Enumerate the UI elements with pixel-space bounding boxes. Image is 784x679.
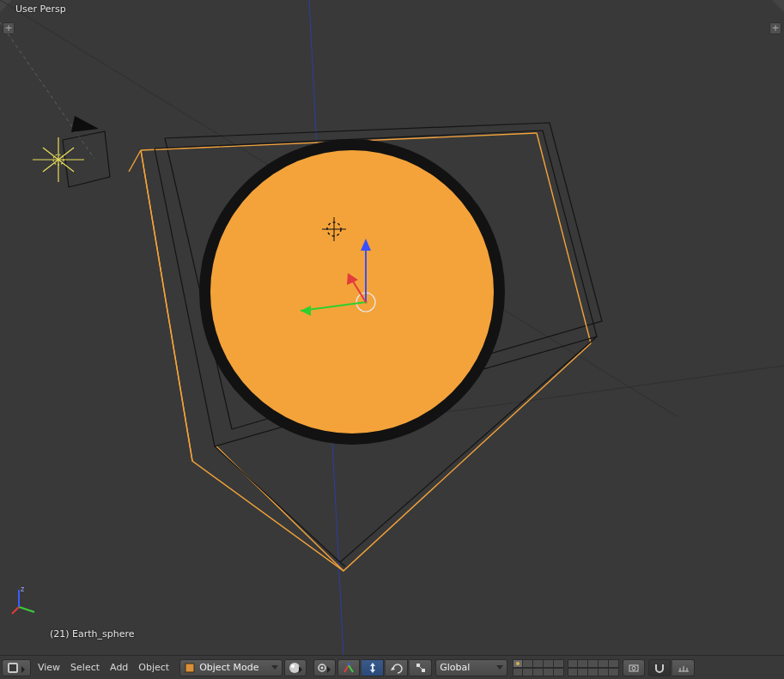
mode-label: Object Mode (199, 662, 258, 673)
translate-icon (367, 662, 379, 674)
pivot-selector[interactable] (313, 659, 336, 676)
lock-camera-to-view[interactable] (623, 659, 645, 676)
mini-axis-widget: z (10, 586, 40, 615)
manipulator-toggle[interactable] (337, 659, 360, 676)
lamp-object (33, 137, 84, 182)
menu-view[interactable]: View (33, 659, 65, 676)
shading-selector[interactable] (284, 659, 307, 676)
svg-line-3 (0, 22, 94, 159)
median-point-icon (317, 662, 332, 674)
chevron-down-icon (496, 664, 503, 671)
camera-object (63, 116, 110, 187)
svg-text:z: z (21, 586, 24, 593)
svg-point-48 (632, 666, 635, 670)
svg-point-33 (289, 663, 300, 673)
manipulator-scale[interactable] (410, 659, 432, 676)
svg-rect-30 (9, 664, 16, 671)
svg-line-5 (141, 150, 192, 461)
menu-object[interactable]: Object (133, 659, 174, 676)
chevron-down-icon (271, 664, 278, 671)
manipulator-cluster (337, 659, 434, 676)
orientation-selector[interactable]: Global (435, 659, 507, 676)
3d-viewport[interactable]: + + (0, 0, 784, 655)
viewport-header: View Select Add Object Object Mode Globa… (0, 655, 784, 679)
svg-line-25 (19, 607, 34, 612)
svg-line-7 (129, 150, 141, 172)
svg-line-40 (349, 665, 353, 672)
svg-marker-42 (370, 663, 375, 673)
rotate-icon (391, 662, 403, 674)
manipulator-icon (343, 662, 355, 674)
svg-line-26 (12, 607, 19, 614)
scene-render (0, 0, 784, 655)
snap-element-selector[interactable] (672, 659, 695, 676)
svg-line-39 (344, 665, 349, 672)
scale-icon (415, 662, 427, 674)
menu-add[interactable]: Add (105, 659, 133, 676)
snap-magnet-icon (653, 662, 665, 674)
editor-type-selector[interactable] (2, 659, 31, 676)
svg-line-1 (447, 366, 784, 412)
orientation-label: Global (440, 662, 470, 673)
mode-selector[interactable]: Object Mode (179, 659, 283, 676)
solid-shading-icon (289, 662, 302, 674)
svg-point-34 (291, 664, 295, 668)
svg-marker-38 (327, 666, 331, 673)
svg-line-8 (340, 562, 345, 567)
manipulator-translate[interactable] (362, 659, 384, 676)
svg-point-37 (321, 666, 324, 669)
manipulator-rotate[interactable] (386, 659, 408, 676)
svg-rect-32 (185, 664, 194, 672)
menu-select[interactable]: Select (65, 659, 105, 676)
svg-marker-19 (71, 116, 99, 132)
layers-grid[interactable] (513, 659, 619, 676)
svg-line-46 (419, 666, 422, 670)
svg-marker-35 (299, 666, 302, 673)
snap-toggle[interactable] (648, 659, 671, 676)
svg-marker-31 (21, 666, 25, 673)
snap-increment-icon (677, 662, 690, 674)
svg-marker-43 (391, 667, 395, 670)
earth-sphere (210, 150, 494, 433)
object-mode-icon (184, 662, 196, 674)
camera-lock-icon (628, 662, 640, 674)
